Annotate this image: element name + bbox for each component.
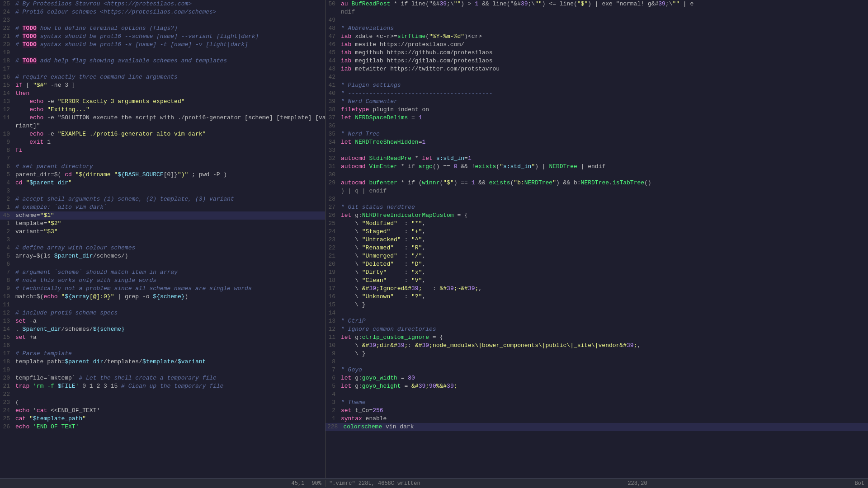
line-number: 42 [326,73,339,81]
line-number: 14 [0,325,14,333]
line-content: " Nerd Commenter [339,98,868,106]
line-content: parent_dir=$( cd "$(dirname "${BASH_SOUR… [14,171,325,179]
line-content: scheme="$1" [14,211,325,220]
left-line-25: 25cat "$template_path" [0,415,325,423]
right-line-45: 45iab megithub https://github.com/protes… [326,49,868,57]
left-line-9: 9# technically not a problem since all s… [0,285,325,293]
right-file-info: ".vimrc" 228L, 4658C written [329,480,420,487]
line-number: 4 [0,179,14,187]
left-line-15: 15set +a [0,333,325,342]
line-number: 13 [0,98,14,106]
line-content [14,260,325,268]
line-content: if [ "$#" -ne 3 ] [14,81,325,89]
line-number: 13 [0,317,14,325]
left-line-14: 14then [0,89,325,98]
left-line-21: 21trap 'rm -f $FILE' 0 1 2 3 15 # Clean … [0,382,325,390]
line-number: 43 [326,65,339,73]
line-number: 22 [326,244,339,252]
right-line-30: 30 [326,171,868,179]
right-line-43: 43iab metwitter https://twitter.com/prot… [326,65,868,73]
line-content: let g:goyo_height = &#39;90%&#39; [339,382,868,390]
line-content: ndif [339,8,868,16]
line-number: 33 [326,146,339,155]
right-line-228: 228colorscheme vin_dark [326,423,868,431]
editor-container: 25# By Protesilaos Stavrou <https://prot… [0,0,868,478]
line-content: match=$(echo "${array[@]:0}" | grep -o $… [14,293,325,301]
line-number: 18 [326,277,339,285]
line-content: \ &#39;dir&#39;: &#39;node_modules\|bowe… [339,342,868,350]
line-number: 228 [326,423,341,431]
line-number: 9 [0,285,14,293]
right-line-1: 1syntax enable [326,415,868,423]
line-number: 38 [326,106,339,114]
left-code-area[interactable]: 25# By Protesilaos Stavrou <https://prot… [0,0,325,478]
left-line-12: 12 echo "Exiting..." [0,106,325,114]
line-number: 12 [0,106,14,114]
line-content: # include prot16 scheme specs [14,309,325,317]
line-content: \ "Untracked" : "^", [339,236,868,244]
left-line-11: 11 echo -e "SOLUTION execute the script … [0,114,325,122]
line-number: 24 [0,407,14,415]
line-number: 25 [0,415,14,423]
line-number: 7 [326,366,339,374]
line-content: " Abbreviations [339,24,868,33]
line-number: 27 [326,203,339,211]
line-content: template_path=$parent_dir/templates/$tem… [14,358,325,366]
line-number: 44 [326,57,339,65]
left-line-13: 13 echo -e "ERROR Exactly 3 arguments ex… [0,98,325,106]
line-content: # Prot16 colour schemes <https://protesi… [14,8,325,16]
line-number: 9 [0,138,14,146]
left-line-11: 11 [0,301,325,309]
line-content [339,195,868,203]
line-number: 14 [0,89,14,98]
line-number: 15 [0,333,14,342]
line-number: 22 [0,390,14,399]
left-line-26: 26echo 'END_OF_TEXT' [0,423,325,431]
line-number: 17 [326,285,339,293]
line-number: 18 [0,358,14,366]
line-content: echo -e "SOLUTION execute the script wit… [14,114,325,122]
line-content: \ &#39;Ignored&#39; : &#39;~&#39;, [339,285,868,293]
line-number: 28 [326,195,339,203]
line-content: tempfile=`mktemp` # Let the shell create… [14,374,325,382]
line-content: echo -e "EXAMPLE ./prot16-generator alto… [14,130,325,138]
line-content [14,155,325,163]
line-content: let NERDSpaceDelims = 1 [339,114,868,122]
line-number: 49 [326,16,339,24]
right-line-40: 40" ------------------------------------… [326,89,868,98]
left-line-15: 15if [ "$#" -ne 3 ] [0,81,325,89]
line-number: 4 [326,390,339,399]
line-number: 11 [0,114,14,122]
right-line-32: 32autocmd StdinReadPre * let s:std_in=1 [326,155,868,163]
line-content: set +a [14,333,325,342]
line-content: # require exactly three command line arg… [14,73,325,81]
line-content: " Git status nerdtree [339,203,868,211]
right-line-22: 22 \ "Renamed" : "R", [326,244,868,252]
line-content: \ "Unknown" : "?", [339,293,868,301]
left-line-24: 24# Prot16 colour schemes <https://prote… [0,8,325,16]
right-line-17: 17 \ &#39;Ignored&#39; : &#39;~&#39;, [326,285,868,293]
right-line-5: 5let g:goyo_height = &#39;90%&#39; [326,382,868,390]
left-line-3: 3 [0,236,325,244]
right-line-4: 4 [326,390,868,399]
line-number: 2 [0,195,14,203]
line-number: 2 [0,228,14,236]
line-content: \ "Dirty" : "x", [339,268,868,277]
line-content: variant="$3" [14,228,325,236]
line-number: 23 [326,236,339,244]
left-line-19: 19 [0,49,325,57]
left-line-8: 8# note this works only with single word… [0,277,325,285]
line-number: 20 [0,374,14,382]
line-content: \ "Deleted" : "D", [339,260,868,268]
left-line-17: 17 [0,65,325,73]
left-line-22: 22# TODO how to define terminal options … [0,24,325,33]
right-code-area[interactable]: 50au BufReadPost * if line("&#39;\"") > … [326,0,868,478]
right-line-cont: ndif [326,8,868,16]
left-line-9: 9 exit 1 [0,138,325,146]
line-content: let g:ctrlp_custom_ignore = { [339,333,868,342]
right-line-33: 33 [326,146,868,155]
left-status: 45,1 90% [0,480,326,487]
right-line-12: 12" Ignore common directories [326,325,868,333]
right-line-19: 19 \ "Dirty" : "x", [326,268,868,277]
line-number: 40 [326,89,339,98]
